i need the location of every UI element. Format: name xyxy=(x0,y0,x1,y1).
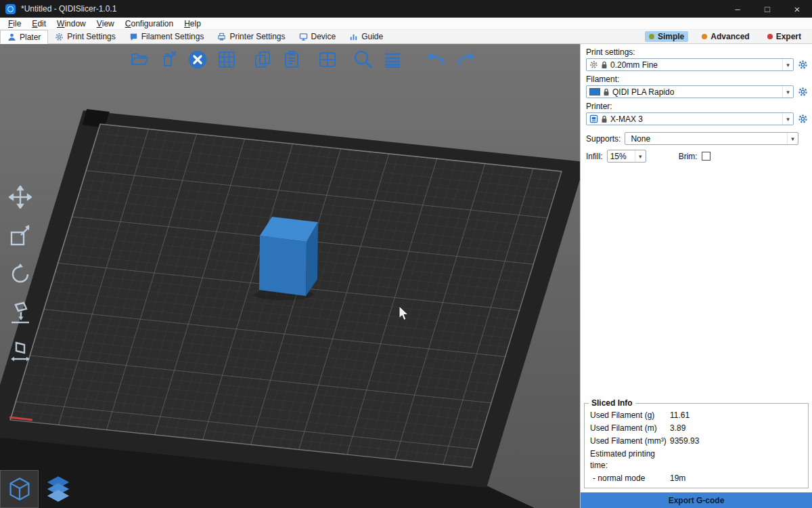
model-cube[interactable] xyxy=(259,217,318,296)
edit-printer-button[interactable] xyxy=(798,114,808,124)
title-bar: *Untitled - QIDISlicer-1.0.1 – □ × xyxy=(0,0,812,18)
tab-printer-settings[interactable]: Printer Settings xyxy=(210,30,292,43)
infill-combo[interactable]: 15% ▾ xyxy=(607,150,646,163)
tab-printer-settings-label: Printer Settings xyxy=(229,32,285,41)
arrange-icon xyxy=(217,50,236,69)
menu-file[interactable]: File xyxy=(3,18,26,29)
menu-configuration[interactable]: Configuration xyxy=(120,18,179,29)
mode-expert[interactable]: Expert xyxy=(763,31,805,42)
viewport-3d[interactable] xyxy=(0,44,580,508)
tab-device[interactable]: Device xyxy=(292,30,343,43)
search-button[interactable] xyxy=(351,47,376,72)
infill-label: Infill: xyxy=(586,152,603,161)
editor-view-button[interactable] xyxy=(0,470,39,508)
lock-icon xyxy=(601,61,608,69)
used-filament-g-label: Used Filament (g) xyxy=(590,410,670,421)
settings-sidebar: Print settings: 0.20mm Fine ▾ Filament: … xyxy=(580,44,812,508)
chevron-down-icon: ▾ xyxy=(787,133,798,144)
supports-label: Supports: xyxy=(586,134,621,144)
mode-simple-label: Simple xyxy=(658,32,684,41)
mode-switcher: Simple Advanced Expert xyxy=(645,30,812,43)
split-button[interactable] xyxy=(315,47,340,72)
used-filament-g-value: 11.61 xyxy=(670,410,808,421)
estimated-time-value xyxy=(670,448,808,471)
close-button[interactable]: × xyxy=(782,0,812,18)
delete-button[interactable] xyxy=(156,47,181,72)
advanced-mode-dot-icon xyxy=(702,34,707,39)
minimize-button[interactable]: – xyxy=(723,0,752,18)
preview-view-button[interactable] xyxy=(39,470,77,508)
filament-combo[interactable]: QIDI PLA Rapido ▾ xyxy=(586,85,794,98)
editor-view-icon xyxy=(7,476,32,502)
app-logo-icon xyxy=(5,4,16,14)
sliced-info-panel: Sliced Info Used Filament (g) 11.61 Used… xyxy=(584,398,809,488)
plater-person-icon xyxy=(7,33,16,41)
guide-bars-icon xyxy=(349,33,358,41)
tab-guide[interactable]: Guide xyxy=(342,30,390,43)
delete-icon xyxy=(159,50,178,69)
preview-view-icon xyxy=(45,475,72,503)
scale-tool-button[interactable] xyxy=(5,221,35,251)
edit-filament-button[interactable] xyxy=(798,87,808,97)
redo-icon xyxy=(454,49,477,70)
qidislicer-window: *Untitled - QIDISlicer-1.0.1 – □ × File … xyxy=(0,0,812,508)
export-gcode-button[interactable]: Export G-code xyxy=(581,492,812,508)
tab-print-settings-label: Print Settings xyxy=(67,32,115,41)
gear-icon xyxy=(798,60,808,70)
tab-plater[interactable]: Plater xyxy=(0,30,48,44)
redo-button[interactable] xyxy=(453,47,478,72)
mode-simple[interactable]: Simple xyxy=(645,31,688,42)
maximize-button[interactable]: □ xyxy=(752,0,782,18)
split-icon xyxy=(318,50,337,69)
printer-icon xyxy=(589,114,598,123)
rotate-tool-button[interactable] xyxy=(5,259,35,289)
chevron-down-icon: ▾ xyxy=(782,59,793,70)
arrange-button[interactable] xyxy=(215,47,239,72)
printer-combo[interactable]: X-MAX 3 ▾ xyxy=(586,112,794,125)
undo-button[interactable] xyxy=(424,47,449,72)
mode-advanced[interactable]: Advanced xyxy=(698,31,753,42)
print-settings-combo[interactable]: 0.20mm Fine ▾ xyxy=(586,58,794,71)
paste-button[interactable] xyxy=(279,47,304,72)
sliced-info-row: Used Filament (m) 3.89 xyxy=(585,422,808,435)
infill-value: 15% xyxy=(610,152,632,161)
scene-canvas xyxy=(0,44,580,508)
expert-mode-dot-icon xyxy=(767,34,773,39)
menu-edit[interactable]: Edit xyxy=(26,18,51,29)
measure-icon xyxy=(9,340,32,363)
simple-mode-dot-icon xyxy=(649,34,654,39)
lock-icon xyxy=(603,88,610,96)
menu-help[interactable]: Help xyxy=(179,18,206,29)
paste-icon xyxy=(282,50,301,69)
tab-device-label: Device xyxy=(311,32,336,41)
mode-advanced-label: Advanced xyxy=(710,32,749,41)
filament-label: Filament: xyxy=(586,75,807,84)
window-title: *Untitled - QIDISlicer-1.0.1 xyxy=(21,4,723,14)
measure-tool-button[interactable] xyxy=(5,337,35,366)
copy-button[interactable] xyxy=(250,47,275,72)
edit-print-settings-button[interactable] xyxy=(798,60,808,70)
tab-filament-settings[interactable]: Filament Settings xyxy=(122,30,211,43)
used-filament-mm3-value: 9359.93 xyxy=(670,436,808,447)
supports-combo[interactable]: None ▾ xyxy=(625,132,798,145)
sliced-info-row: - normal mode 19m xyxy=(585,472,808,485)
print-settings-value: 0.20mm Fine xyxy=(610,60,780,70)
brim-checkbox[interactable] xyxy=(702,152,710,161)
normal-mode-value: 19m xyxy=(670,473,808,484)
sliced-info-row: Used Filament (mm³) 9359.93 xyxy=(585,435,808,448)
move-tool-button[interactable] xyxy=(5,182,35,212)
gizmo-toolbar xyxy=(5,182,35,366)
menu-window[interactable]: Window xyxy=(51,18,91,29)
delete-all-button[interactable] xyxy=(185,47,210,72)
open-file-button[interactable] xyxy=(127,47,152,72)
place-on-face-tool-button[interactable] xyxy=(5,298,35,328)
menu-view[interactable]: View xyxy=(91,18,120,29)
variable-layer-height-button[interactable] xyxy=(380,47,405,72)
chevron-down-icon: ▾ xyxy=(782,113,793,125)
gear-icon xyxy=(589,60,598,69)
used-filament-m-value: 3.89 xyxy=(670,423,808,434)
gear-icon xyxy=(798,114,808,124)
print-settings-label: Print settings: xyxy=(586,47,807,57)
tab-print-settings[interactable]: Print Settings xyxy=(48,30,122,43)
filament-color-swatch xyxy=(589,88,600,96)
